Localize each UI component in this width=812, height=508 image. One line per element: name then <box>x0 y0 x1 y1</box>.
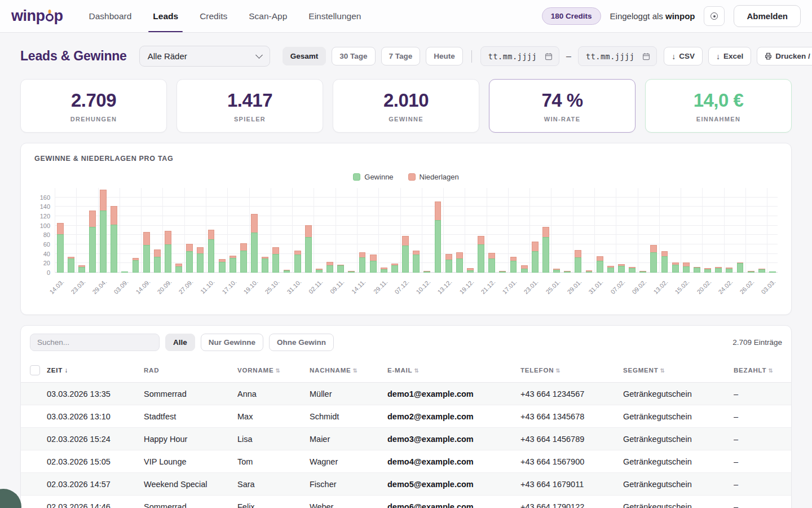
bar-slot <box>357 188 368 273</box>
bar-group <box>337 265 344 273</box>
bar-slot <box>411 188 422 273</box>
nav-item-dashboard[interactable]: Dashboard <box>89 0 132 32</box>
export-button-drucken-pdf[interactable]: Drucken / PDF <box>757 47 812 65</box>
date-from-input[interactable]: tt.mm.jjjj <box>480 46 559 66</box>
select-all-checkbox[interactable] <box>30 365 40 375</box>
table-row[interactable]: 03.03.2026 13:35SommerradAnnaMüllerdemo1… <box>21 383 791 405</box>
bar-group <box>564 271 571 273</box>
bar-group <box>208 230 215 273</box>
gewinne-bar-segment <box>326 265 333 273</box>
column-header-segment[interactable]: SEGMENT⇅ <box>623 358 734 383</box>
niederlagen-bar-segment <box>359 252 366 257</box>
range-button-7-tage[interactable]: 7 Tage <box>381 47 421 65</box>
nav-item-einstellungen[interactable]: Einstellungen <box>308 0 361 32</box>
bar-group <box>359 252 366 273</box>
stat-label: DREHUNGEN <box>70 116 117 122</box>
legend-item-niederlagen[interactable]: Niederlagen <box>408 173 459 181</box>
bar-slot <box>109 188 120 273</box>
x-tick-label: 09.02. <box>630 278 647 295</box>
vertical-gridline <box>529 188 530 273</box>
table-row[interactable]: 02.03.2026 15:24Happy HourLisaMaierdemo3… <box>21 428 791 450</box>
logout-button[interactable]: Abmelden <box>734 5 801 27</box>
column-header-e-mail[interactable]: E-MAIL⇅ <box>387 358 520 383</box>
vertical-gridline <box>120 188 120 273</box>
cell-nachname: Weber <box>310 496 387 508</box>
vertical-gridline <box>292 188 293 273</box>
column-header-zeit[interactable]: ZEIT↓ <box>47 358 144 383</box>
nav-item-leads[interactable]: Leads <box>153 0 178 32</box>
vertical-gridline <box>400 188 401 273</box>
vertical-gridline <box>206 188 206 273</box>
bar-slot <box>65 188 76 273</box>
wheel-filter-select[interactable]: Alle Räder <box>139 46 270 67</box>
gewinne-bar-segment <box>683 266 690 273</box>
bar-slot <box>130 188 141 273</box>
table-row[interactable]: 03.03.2026 13:10StadtfestMaxSchmidtdemo2… <box>21 405 791 428</box>
bar-slot <box>702 188 713 273</box>
table-row[interactable]: 02.03.2026 14:46SommerradFelixWeberdemo6… <box>21 496 791 508</box>
bar-group <box>423 271 430 273</box>
search-input[interactable] <box>30 334 160 351</box>
gewinne-bar-segment <box>208 239 215 273</box>
vertical-gridline <box>141 188 142 273</box>
leads-table: ZEIT↓RADVORNAME⇅NACHNAME⇅E-MAIL⇅TELEFON⇅… <box>21 358 791 508</box>
x-tick-label: 17.10. <box>220 278 237 295</box>
niederlagen-bar-segment <box>154 249 161 257</box>
cell-segment: Getränkegutschein <box>623 450 734 473</box>
bar-group <box>488 253 495 273</box>
range-button-heute[interactable]: Heute <box>426 47 463 65</box>
download-icon: ↓ <box>716 52 720 61</box>
filter-button-ohne-gewinn[interactable]: Ohne Gewinn <box>269 334 334 351</box>
cell-bezahlt: – <box>734 450 791 473</box>
select-all-column <box>21 358 47 383</box>
cell-segment: Getränkegutschein <box>623 383 734 405</box>
row-select-cell <box>21 473 47 496</box>
bar-slot <box>422 188 433 273</box>
x-tick-label: 02.11. <box>307 278 324 295</box>
stat-value: 74 % <box>541 90 582 111</box>
bar-slot <box>120 188 130 273</box>
nav-item-scan-app[interactable]: Scan-App <box>249 0 287 32</box>
export-button-csv[interactable]: ↓CSV <box>664 47 703 65</box>
range-button-gesamt[interactable]: Gesamt <box>283 47 326 65</box>
calendar-icon <box>545 52 553 60</box>
x-tick-label: 19.12. <box>458 278 475 295</box>
column-header-telefon[interactable]: TELEFON⇅ <box>520 358 623 383</box>
settings-button[interactable] <box>704 6 725 26</box>
export-button-excel[interactable]: ↓Excel <box>708 47 751 65</box>
gewinne-bar-segment <box>219 262 226 273</box>
bar-group <box>154 249 161 273</box>
gewinne-bar-segment <box>467 270 474 273</box>
wheel-filter-value: Alle Räder <box>148 51 187 61</box>
filter-button-nur-gewinne[interactable]: Nur Gewinne <box>201 334 263 351</box>
bar-group <box>618 264 625 273</box>
bar-slot <box>378 188 389 273</box>
x-tick-label: 20.02. <box>695 278 712 295</box>
niederlagen-bar-segment <box>575 250 581 257</box>
table-row[interactable]: 02.03.2026 15:05VIP LoungeTomWagnerdemo4… <box>21 450 791 473</box>
date-to-input[interactable]: tt.mm.jjjj <box>578 46 657 66</box>
column-header-vorname[interactable]: VORNAME⇅ <box>237 358 310 383</box>
table-row[interactable]: 02.03.2026 14:57Weekend SpecialSaraFisch… <box>21 473 791 496</box>
gewinne-bar-segment <box>499 271 506 273</box>
nav-item-credits[interactable]: Credits <box>200 0 227 32</box>
vertical-gridline <box>76 188 77 273</box>
vertical-gridline <box>249 188 250 273</box>
legend-item-gewinne[interactable]: Gewinne <box>353 173 393 181</box>
bar-group <box>121 271 128 273</box>
x-tick-label: 11.10. <box>199 278 216 295</box>
table-header-row: ZEIT↓RADVORNAME⇅NACHNAME⇅E-MAIL⇅TELEFON⇅… <box>21 358 791 383</box>
stat-value: 14,0 € <box>694 90 744 111</box>
x-tick-label: 23.03. <box>69 278 86 295</box>
cell-bezahlt: – <box>734 496 791 508</box>
column-header-nachname[interactable]: NACHNAME⇅ <box>310 358 387 383</box>
column-header-bezahlt[interactable]: BEZAHLT⇅ <box>734 358 791 383</box>
range-button-30-tage[interactable]: 30 Tage <box>332 47 375 65</box>
bar-slot <box>260 188 271 273</box>
date-from-placeholder: tt.mm.jjjj <box>488 52 537 61</box>
logo[interactable]: winpp <box>11 7 63 25</box>
bar-slot <box>87 188 98 273</box>
legend-swatch <box>408 173 416 181</box>
bar-group <box>219 259 226 273</box>
filter-button-alle[interactable]: Alle <box>165 334 195 351</box>
